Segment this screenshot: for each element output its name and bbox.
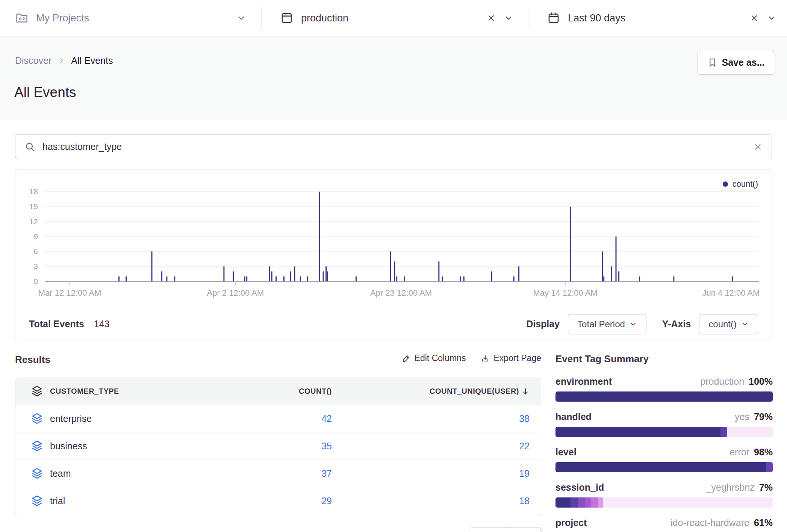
- previous-page-button[interactable]: [469, 527, 505, 532]
- svg-text:Apr 23 12:00 AM: Apr 23 12:00 AM: [370, 288, 432, 298]
- event-tag-summary: Event Tag Summary environment production…: [555, 353, 773, 532]
- chevron-down-icon[interactable]: [236, 13, 246, 23]
- export-page-label: Export Page: [493, 353, 541, 363]
- chart-footer: Total Events 143 Display Total Period Y-…: [15, 308, 772, 340]
- svg-text:15: 15: [29, 202, 38, 211]
- yaxis-dropdown[interactable]: count(): [699, 314, 758, 334]
- search-icon: [24, 141, 36, 153]
- search-input[interactable]: has:customer_type: [42, 141, 746, 152]
- clear-date-range-icon[interactable]: [750, 14, 759, 23]
- search-bar[interactable]: has:customer_type: [15, 134, 772, 159]
- next-page-button[interactable]: [505, 527, 542, 532]
- column-header-count[interactable]: COUNT(): [257, 387, 332, 396]
- count-unique-cell-link[interactable]: 18: [332, 496, 530, 506]
- tag-top-value: error: [729, 447, 749, 458]
- project-selector[interactable]: My Projects: [15, 0, 246, 36]
- svg-text:9: 9: [33, 232, 38, 241]
- environment-filter-label: production: [301, 12, 348, 24]
- count-unique-cell-link[interactable]: 38: [332, 413, 530, 424]
- chevron-down-icon[interactable]: [504, 14, 513, 23]
- breadcrumb: Discover All Events: [15, 55, 113, 66]
- tag-summary-entry: level error 98%: [555, 447, 773, 472]
- breadcrumb-discover-link[interactable]: Discover: [15, 55, 51, 66]
- tag-top-value: production: [700, 376, 744, 387]
- chevron-down-icon: [630, 320, 637, 328]
- tag-bar-segment[interactable]: [720, 427, 727, 437]
- tag-key: project: [555, 517, 587, 528]
- page-header: Discover All Events Save as... All Event…: [0, 36, 787, 120]
- table-body: enterprise 42 38 business 35 22 team 37: [15, 405, 541, 515]
- table-row: enterprise 42 38: [15, 405, 541, 432]
- layers-icon: [24, 385, 50, 397]
- pencil-icon: [402, 354, 411, 363]
- results-actions: Edit Columns Export Page: [406, 353, 541, 363]
- chevron-right-icon: [58, 57, 65, 65]
- tag-top-value: yes: [735, 411, 749, 422]
- count-cell-link[interactable]: 42: [257, 413, 332, 424]
- tag-distribution-bar: [555, 427, 773, 437]
- count-unique-cell-link[interactable]: 19: [332, 468, 530, 479]
- topbar-divider: [528, 7, 528, 29]
- customer-type-cell: business: [50, 441, 257, 452]
- tag-bar-segment[interactable]: [578, 497, 585, 508]
- tag-summary-heading: Event Tag Summary: [555, 353, 773, 365]
- svg-text:18: 18: [29, 187, 38, 196]
- tag-bar-segment[interactable]: [766, 462, 773, 472]
- count-cell-link[interactable]: 37: [257, 468, 332, 479]
- yaxis-label: Y-Axis: [662, 319, 691, 329]
- column-header-count-unique[interactable]: COUNT_UNIQUE(USER): [332, 387, 530, 396]
- tag-top-percent: 98%: [754, 447, 773, 458]
- edit-columns-button[interactable]: Edit Columns: [402, 353, 466, 363]
- layers-icon: [24, 413, 50, 425]
- table-row: trial 29 18: [15, 487, 541, 515]
- count-cell-link[interactable]: 35: [257, 441, 332, 452]
- tag-bar-segment[interactable]: [727, 427, 773, 437]
- tag-bar-segment[interactable]: [555, 427, 720, 437]
- edit-columns-label: Edit Columns: [415, 353, 466, 363]
- tag-bar-segment[interactable]: [591, 497, 598, 508]
- tag-summary-entry: environment production 100%: [555, 376, 773, 402]
- tag-distribution-bar: [555, 497, 773, 508]
- tag-bar-segment[interactable]: [555, 391, 773, 402]
- chevron-down-icon[interactable]: [767, 14, 776, 23]
- svg-text:Apr 2 12:00 AM: Apr 2 12:00 AM: [207, 288, 264, 298]
- tag-bar-segment[interactable]: [555, 462, 766, 472]
- date-range-label: Last 90 days: [568, 12, 625, 24]
- results-table: CUSTOMER_TYPE COUNT() COUNT_UNIQUE(USER): [15, 378, 541, 516]
- tag-bar-segment[interactable]: [603, 497, 773, 508]
- project-selector-label: My Projects: [36, 12, 89, 24]
- clear-environment-icon[interactable]: [487, 14, 496, 23]
- save-as-label: Save as...: [722, 57, 765, 68]
- projects-folder-icon: [15, 11, 29, 25]
- date-range-filter[interactable]: Last 90 days: [547, 0, 776, 36]
- environment-filter[interactable]: production: [280, 0, 513, 36]
- events-chart-panel: count() 0369121518Mar 12 12:00 AMApr 2 1…: [15, 169, 772, 340]
- display-dropdown[interactable]: Total Period: [568, 314, 646, 334]
- display-label: Display: [526, 319, 560, 329]
- results-heading: Results: [15, 354, 50, 366]
- tag-bar-segment[interactable]: [555, 497, 571, 508]
- count-cell-link[interactable]: 29: [257, 496, 332, 506]
- svg-text:0: 0: [33, 277, 38, 286]
- tag-bar-segment[interactable]: [571, 497, 578, 508]
- tag-top-value: _yeghrsbnz: [706, 482, 755, 493]
- download-icon: [481, 354, 490, 363]
- export-page-button[interactable]: Export Page: [481, 353, 541, 363]
- tag-top-value: ido-react-hardware: [670, 517, 749, 528]
- sort-descending-icon: [521, 387, 530, 396]
- tag-bar-segment[interactable]: [585, 497, 591, 508]
- tag-bar-segment[interactable]: [598, 497, 603, 508]
- tag-key: handled: [555, 411, 592, 422]
- top-bar: My Projects production: [0, 0, 787, 36]
- count-unique-cell-link[interactable]: 22: [332, 441, 530, 452]
- chevron-down-icon: [741, 320, 749, 328]
- tag-distribution-bar: [555, 391, 773, 402]
- svg-text:12: 12: [29, 217, 38, 226]
- breadcrumb-current: All Events: [71, 55, 113, 66]
- events-bar-chart[interactable]: 0369121518Mar 12 12:00 AMApr 2 12:00 AMA…: [15, 169, 772, 308]
- save-as-button[interactable]: Save as...: [698, 50, 774, 75]
- layers-icon: [24, 468, 50, 479]
- column-header-customer-type[interactable]: CUSTOMER_TYPE: [50, 387, 257, 396]
- clear-search-icon[interactable]: [753, 142, 763, 152]
- tag-summary-entry: handled yes 79%: [555, 411, 773, 437]
